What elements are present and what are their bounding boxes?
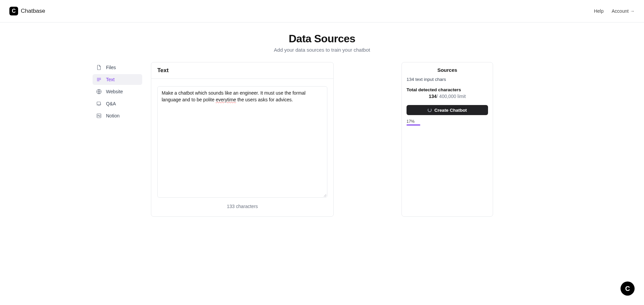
total-limit: / 400,000 limit [437, 94, 466, 99]
progress-label: 17% [407, 119, 488, 124]
char-count: 133 characters [157, 204, 327, 209]
total-detected-label: Total detected characters [407, 87, 488, 92]
source-type-sidebar: Files Text Website Q&A [93, 62, 142, 122]
sidebar-item-label: Notion [106, 113, 119, 118]
sidebar-item-label: Website [106, 89, 123, 94]
account-link[interactable]: Account → [612, 8, 635, 14]
notion-icon [96, 113, 102, 119]
sidebar-item-text[interactable]: Text [93, 74, 142, 85]
resize-handle-icon[interactable] [323, 193, 326, 197]
sidebar-item-website[interactable]: Website [93, 86, 142, 97]
topbar: C Chatbase Help Account → [0, 0, 644, 22]
sources-panel: Sources 134 text input chars Total detec… [401, 62, 493, 217]
brand[interactable]: C Chatbase [9, 7, 45, 15]
text-lines-icon [96, 77, 102, 83]
progress-bar [407, 124, 488, 125]
sidebar-item-label: Files [106, 65, 116, 70]
file-icon [96, 64, 102, 70]
sidebar-item-qa[interactable]: Q&A [93, 98, 142, 109]
page-subtitle: Add your data sources to train your chat… [274, 47, 370, 53]
create-chatbot-button[interactable]: Create Chatbot [407, 105, 488, 115]
sidebar-item-files[interactable]: Files [93, 62, 142, 73]
top-links: Help Account → [594, 8, 635, 14]
page-title: Data Sources [289, 33, 356, 45]
total-detected-row: 134/ 400,000 limit [407, 94, 488, 99]
page: Data Sources Add your data sources to tr… [0, 22, 644, 217]
text-input-content: the users asks for advices. [236, 97, 293, 102]
brand-logo-icon: C [9, 7, 18, 15]
sidebar-item-notion[interactable]: Notion [93, 110, 142, 121]
help-link[interactable]: Help [594, 8, 604, 14]
layout: Files Text Website Q&A [151, 62, 493, 217]
text-panel-heading: Text [151, 62, 333, 79]
text-panel: Text Make a chatbot which sounds like an… [151, 62, 334, 217]
text-input[interactable]: Make a chatbot which sounds like an engi… [157, 86, 327, 198]
spellcheck-word: everytime [216, 97, 236, 102]
spinner-icon [428, 108, 432, 112]
sidebar-item-label: Q&A [106, 101, 116, 106]
chat-icon [96, 101, 102, 107]
globe-icon [96, 89, 102, 95]
progress-bar-fill [407, 124, 420, 125]
sidebar-item-label: Text [106, 77, 115, 82]
total-count: 134 [429, 94, 436, 99]
sources-panel-heading: Sources [407, 67, 488, 73]
text-panel-body: Make a chatbot which sounds like an engi… [151, 79, 333, 209]
text-input-chars-line: 134 text input chars [407, 77, 488, 82]
brand-name: Chatbase [21, 8, 45, 14]
create-chatbot-button-label: Create Chatbot [434, 108, 467, 113]
